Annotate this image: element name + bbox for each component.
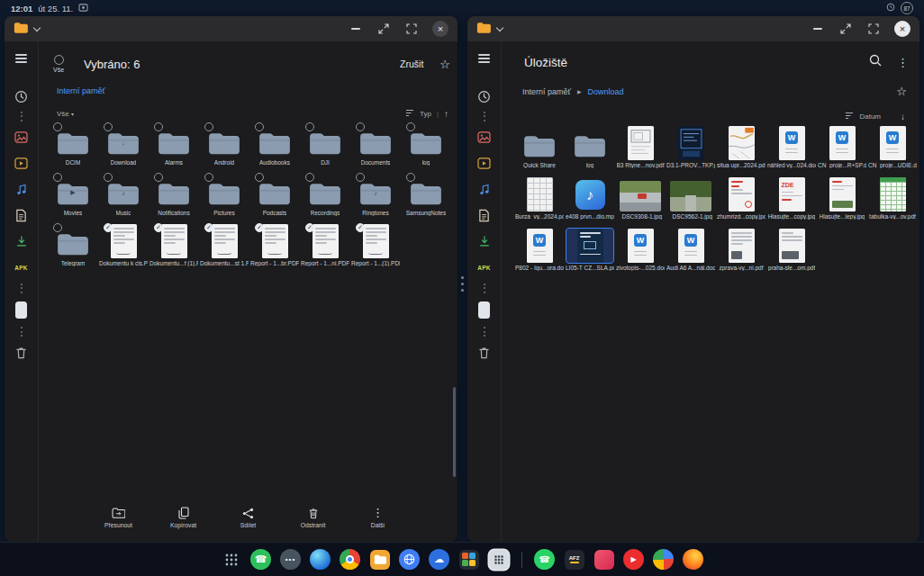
- search-icon[interactable]: [869, 54, 882, 70]
- select-circle-icon[interactable]: [53, 173, 62, 182]
- select-all-checkbox[interactable]: Vše: [41, 55, 77, 73]
- select-circle-icon[interactable]: [255, 122, 264, 131]
- messages-app-icon[interactable]: •••: [279, 548, 303, 572]
- file-item-dji[interactable]: DJI: [300, 122, 350, 172]
- chevron-down-icon[interactable]: [496, 23, 503, 31]
- breadcrumb-download[interactable]: Download: [588, 87, 624, 96]
- scrollbar[interactable]: [453, 387, 456, 477]
- selected-check-icon[interactable]: ✓: [305, 223, 314, 232]
- select-circle-icon[interactable]: [305, 122, 314, 131]
- selected-check-icon[interactable]: ✓: [104, 223, 113, 232]
- chevron-down-icon[interactable]: [33, 23, 41, 31]
- file-item-download[interactable]: ↓Download: [98, 122, 149, 172]
- popout-button[interactable]: [376, 22, 391, 36]
- file-item-hlasujte-lepy-jpg[interactable]: Hlasujte...lepy.jpg: [817, 176, 867, 227]
- copy-button[interactable]: Kopírovat: [163, 507, 204, 537]
- videos-icon[interactable]: [477, 155, 491, 171]
- documents-icon[interactable]: [478, 207, 490, 223]
- firefox-app-icon[interactable]: [682, 548, 705, 572]
- file-item-report-1-br-pdf[interactable]: ✓Report - 1...br.PDF: [249, 222, 300, 273]
- window-resize-handle[interactable]: [458, 266, 466, 301]
- file-item-music[interactable]: ♪Music: [98, 172, 149, 222]
- file-item-p802-iqu-ora-docx[interactable]: WP802 - Iqu...ora.docx: [514, 227, 565, 278]
- sort-by-label[interactable]: Datum: [859, 112, 881, 121]
- file-item-android[interactable]: Android: [199, 122, 249, 172]
- maximize-button[interactable]: [404, 22, 419, 36]
- select-circle-icon[interactable]: [406, 122, 415, 131]
- file-item-audiobooks[interactable]: Audiobooks: [249, 122, 300, 172]
- edge-browser-app-icon[interactable]: [309, 548, 332, 572]
- whatsapp-app-icon[interactable]: ☎: [533, 548, 557, 572]
- file-item-audi-a6-a-n-l-docx[interactable]: WAudi A6 A...nál.docx: [666, 227, 716, 278]
- file-item-hlasujte-copy-jpg[interactable]: ZDEHlasujte...copy.jpg: [766, 176, 817, 227]
- sort-by-label[interactable]: Typ: [420, 110, 431, 118]
- file-item-b3-rtyne-nov-pdf[interactable]: B3 Rtyne...nov.pdf: [615, 124, 666, 176]
- file-item-dokumentu-k-cis-pdf[interactable]: ✓Dokumentu k cis.PDF: [98, 222, 149, 273]
- selected-check-icon[interactable]: ✓: [356, 223, 365, 232]
- file-item-documents[interactable]: Documents: [350, 122, 401, 172]
- recent-icon[interactable]: [14, 88, 28, 104]
- select-circle-icon[interactable]: [204, 173, 213, 182]
- internet-app-icon[interactable]: [398, 548, 421, 572]
- phone-app-icon[interactable]: ☎: [249, 548, 273, 572]
- breadcrumb-internal-storage[interactable]: Interní paměť: [57, 86, 105, 95]
- pink-app-app-icon[interactable]: [593, 548, 616, 572]
- audio-icon[interactable]: [15, 181, 28, 197]
- file-item-dcim[interactable]: DCIM: [48, 122, 98, 172]
- select-circle-icon[interactable]: [356, 173, 365, 182]
- more-options-icon[interactable]: ⋮: [897, 56, 909, 69]
- my-files-app-icon[interactable]: [368, 548, 392, 572]
- sort-descending-icon[interactable]: ↓: [901, 112, 905, 122]
- file-item-zprava-vy-ni-pdf[interactable]: zprava-vy...ni.pdf: [716, 227, 766, 278]
- browser-app-icon[interactable]: [339, 548, 362, 572]
- close-button[interactable]: ×: [894, 21, 910, 37]
- trash-icon[interactable]: [478, 345, 490, 361]
- downloads-icon[interactable]: [478, 233, 491, 249]
- cancel-button[interactable]: Zrušit: [400, 58, 423, 69]
- file-item-movies[interactable]: ▶Movies: [48, 172, 98, 222]
- select-circle-icon[interactable]: [305, 173, 314, 182]
- file-item-n-hled-vy-024-docx[interactable]: Wnáhled vy...024.docx: [766, 124, 817, 176]
- select-circle-icon[interactable]: [356, 122, 365, 131]
- file-item-log[interactable]: log: [401, 122, 451, 172]
- move-button[interactable]: Přesunout: [98, 507, 140, 537]
- file-item-telegram[interactable]: Telegram: [48, 222, 98, 273]
- breadcrumb-internal-storage[interactable]: Interní paměť: [522, 87, 571, 96]
- file-item-samsungnotes[interactable]: SamsungNotes: [401, 172, 451, 222]
- file-item-dsc9308-1-jpg[interactable]: _DSC9308-1.jpg: [615, 176, 666, 227]
- file-item-zivotopis-025-docx[interactable]: Wzivotopis-...025.docx: [615, 227, 666, 278]
- select-circle-icon[interactable]: [53, 122, 62, 131]
- audio-icon[interactable]: [478, 181, 491, 197]
- favorites-star-icon[interactable]: ☆: [439, 58, 450, 71]
- select-circle-icon[interactable]: [204, 122, 213, 131]
- select-circle-icon[interactable]: [255, 173, 264, 182]
- menu-icon[interactable]: [478, 50, 490, 67]
- file-item-report-1-1-pdf[interactable]: ✓Report - 1...(1).PDF: [350, 222, 401, 273]
- file-item-zhumrizd-copy-jpg[interactable]: zhumrizd...copy.jpg: [716, 176, 766, 227]
- trash-icon[interactable]: [15, 345, 27, 361]
- filter-dropdown[interactable]: Vše ▾: [57, 110, 74, 118]
- select-circle-icon[interactable]: [104, 173, 113, 182]
- window-titlebar[interactable]: ×: [467, 16, 919, 41]
- afz-app-icon[interactable]: AFZ: [563, 548, 586, 572]
- file-item-tabulka-vy-ov-pdf[interactable]: tabulka-vy...ov.pdf: [867, 176, 918, 227]
- minimize-button[interactable]: [349, 22, 363, 36]
- favorites-star-icon[interactable]: ☆: [896, 85, 907, 98]
- internal-storage-icon[interactable]: [478, 302, 490, 319]
- file-item-praha-sle-om-pdf[interactable]: praha-sle...om.pdf: [766, 227, 817, 278]
- sort-ascending-icon[interactable]: ↑: [444, 109, 448, 119]
- file-item-notifications[interactable]: Notifications: [149, 172, 199, 222]
- share-button[interactable]: Sdílet: [228, 507, 269, 537]
- file-item-dokumentu-st-1-pdf[interactable]: ✓Dokumentu...st 1.PDF: [199, 222, 249, 273]
- file-item-li05-t-cz-sla-pdf[interactable]: LI05-T CZ...SLA.pdf: [565, 227, 615, 278]
- file-item-dsc9562-1-jpg[interactable]: _DSC9562-1.jpg: [666, 176, 716, 227]
- file-item-pictures[interactable]: Pictures: [199, 172, 249, 222]
- youtube-app-icon[interactable]: ▶: [622, 548, 646, 572]
- select-circle-icon[interactable]: [406, 173, 415, 182]
- popout-button[interactable]: [838, 22, 853, 36]
- selected-check-icon[interactable]: ✓: [154, 223, 163, 232]
- selected-check-icon[interactable]: ✓: [204, 223, 213, 232]
- file-item-ringtones[interactable]: ♪Ringtones: [350, 172, 401, 222]
- apk-icon[interactable]: APK: [14, 259, 27, 275]
- file-item-log[interactable]: log: [565, 124, 615, 176]
